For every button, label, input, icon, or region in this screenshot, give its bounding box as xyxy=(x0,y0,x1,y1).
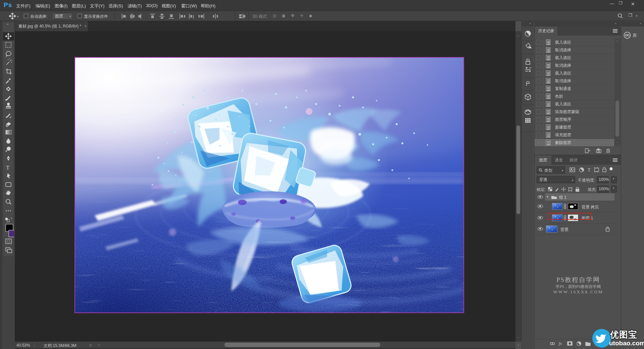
svg-text:T: T xyxy=(6,164,10,171)
svg-text:fx: fx xyxy=(559,341,562,346)
svg-text:T: T xyxy=(588,167,591,172)
svg-text:»: » xyxy=(7,22,8,26)
